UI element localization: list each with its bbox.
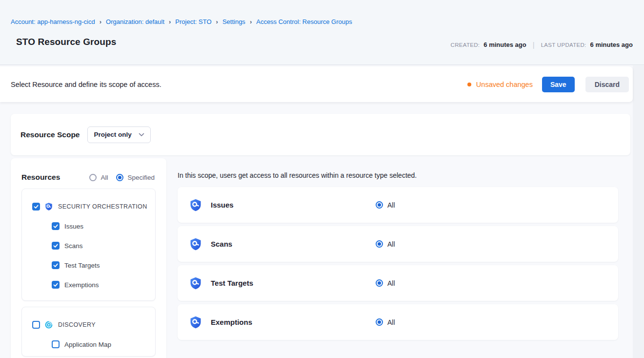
radio-all-icon[interactable]: [376, 318, 383, 326]
checkbox-scans[interactable]: [52, 242, 60, 250]
unsaved-changes-label: Unsaved changes: [476, 81, 533, 88]
check-icon: [52, 242, 59, 249]
tree-row-security-orchestration: SECURITY ORCHESTRATION: [22, 203, 155, 211]
check-icon: [52, 262, 59, 269]
discard-button[interactable]: Discard: [585, 77, 629, 92]
breadcrumb-resource-groups-link[interactable]: Access Control: Resource Groups: [256, 18, 352, 25]
chevron-down-icon: [139, 133, 144, 137]
tree-row-discovery: DISCOVERY: [22, 321, 155, 329]
group-label: DISCOVERY: [58, 321, 96, 328]
access-option-all[interactable]: All: [376, 279, 395, 287]
resource-groups-page: Account: app-harness-ng-cicd › Organizat…: [0, 0, 644, 358]
radio-all-icon[interactable]: [376, 279, 383, 287]
breadcrumb-organization-link[interactable]: Organization: default: [106, 18, 164, 25]
last-updated-label: LAST UPDATED:: [541, 42, 586, 48]
resource-group-discovery: DISCOVERY Application Map: [21, 307, 156, 357]
tree-row-scans: Scans: [22, 242, 155, 250]
page-title: STO Resource Groups: [16, 37, 116, 47]
radio-specified-label: Specified: [127, 174, 155, 181]
resource-card-title: Test Targets: [211, 279, 253, 287]
sto-shield-icon: [189, 237, 202, 251]
created-value: 6 minutes ago: [483, 41, 526, 48]
breadcrumb-project-link[interactable]: Project: STO: [175, 18, 211, 25]
tree-row-issues: Issues: [22, 222, 155, 230]
access-option-label: All: [387, 240, 395, 248]
created-label: CREATED:: [451, 42, 480, 48]
action-toolbar: Select Resource and define its scope of …: [0, 66, 633, 102]
checkbox-exemptions[interactable]: [52, 281, 60, 289]
resource-card-title: Exemptions: [211, 318, 252, 326]
toolbar-actions: Unsaved changes Save Discard: [467, 77, 629, 92]
resource-scope-heading: Resource Scope: [20, 130, 80, 139]
checkbox-issues[interactable]: [52, 222, 60, 230]
radio-all-icon[interactable]: [376, 201, 383, 209]
page-header: Account: app-harness-ng-cicd › Organizat…: [0, 0, 644, 65]
tree-row-test-targets: Test Targets: [22, 261, 155, 269]
save-button[interactable]: Save: [542, 77, 575, 92]
resource-card-test-targets: Test Targets All: [178, 265, 618, 301]
check-icon: [52, 223, 59, 230]
access-option-label: All: [387, 201, 395, 209]
discovery-icon: [44, 320, 53, 329]
checkbox-application-map[interactable]: [52, 340, 60, 348]
radio-all-icon[interactable]: [89, 174, 97, 181]
item-label: Scans: [64, 242, 83, 250]
resources-heading: Resources: [21, 173, 60, 182]
group-label: SECURITY ORCHESTRATION: [58, 203, 147, 210]
access-option-all[interactable]: All: [376, 201, 395, 209]
resource-card-title: Issues: [211, 201, 234, 209]
radio-all-label: All: [101, 174, 108, 181]
sto-shield-icon: [189, 276, 202, 290]
header-meta: CREATED: 6 minutes ago | LAST UPDATED: 6…: [451, 41, 633, 49]
radio-all-icon[interactable]: [376, 240, 383, 248]
access-option-label: All: [387, 279, 395, 287]
chevron-right-icon: ›: [100, 19, 101, 25]
resources-panel-header: Resources All Specified: [11, 158, 166, 182]
resource-card-title: Scans: [211, 240, 232, 248]
check-icon: [52, 281, 59, 288]
toolbar-description: Select Resource and define its scope of …: [11, 81, 161, 88]
resource-group-security-orchestration: SECURITY ORCHESTRATION Issues Scans Test…: [21, 189, 156, 301]
sto-shield-icon: [44, 202, 53, 211]
unsaved-changes-indicator: Unsaved changes: [467, 81, 533, 88]
resource-scope-selected-value: Project only: [94, 131, 131, 138]
item-label: Application Map: [64, 341, 111, 348]
radio-specified-icon[interactable]: [116, 174, 123, 181]
chevron-right-icon: ›: [216, 19, 218, 25]
sto-shield-icon: [189, 316, 202, 329]
checkbox-test-targets[interactable]: [52, 261, 60, 269]
access-option-all[interactable]: All: [376, 318, 395, 326]
check-icon: [33, 203, 40, 210]
item-label: Exemptions: [64, 281, 99, 289]
item-label: Issues: [64, 223, 83, 230]
breadcrumb-settings-link[interactable]: Settings: [222, 18, 245, 25]
item-label: Test Targets: [64, 262, 100, 269]
sto-shield-icon: [189, 198, 202, 212]
scope-description: In this scope, users get access to all r…: [178, 171, 417, 179]
resource-card-scans: Scans All: [178, 226, 618, 262]
chevron-right-icon: ›: [169, 19, 171, 25]
last-updated-value: 6 minutes ago: [590, 41, 633, 48]
resource-scope-card: Resource Scope Project only: [11, 114, 630, 155]
resource-card-issues: Issues All: [178, 187, 618, 223]
unsaved-dot-icon: [467, 83, 471, 86]
breadcrumb: Account: app-harness-ng-cicd › Organizat…: [11, 18, 352, 25]
resource-scope-dropdown[interactable]: Project only: [87, 126, 151, 143]
radio-all[interactable]: All: [89, 174, 108, 181]
access-option-all[interactable]: All: [376, 240, 395, 248]
resources-panel: Resources All Specified SECURITY ORCHES: [11, 158, 166, 358]
tree-row-exemptions: Exemptions: [22, 281, 155, 289]
tree-row-application-map: Application Map: [22, 340, 155, 348]
resources-filter-radio-group: All Specified: [89, 174, 155, 181]
meta-divider: |: [533, 41, 535, 49]
radio-specified[interactable]: Specified: [116, 174, 155, 181]
resource-card-exemptions: Exemptions All: [178, 304, 618, 340]
checkbox-discovery[interactable]: [32, 321, 40, 329]
breadcrumb-account-link[interactable]: Account: app-harness-ng-cicd: [11, 18, 95, 25]
chevron-right-icon: ›: [250, 19, 252, 25]
checkbox-security-orchestration[interactable]: [32, 203, 40, 211]
access-option-label: All: [387, 318, 395, 326]
